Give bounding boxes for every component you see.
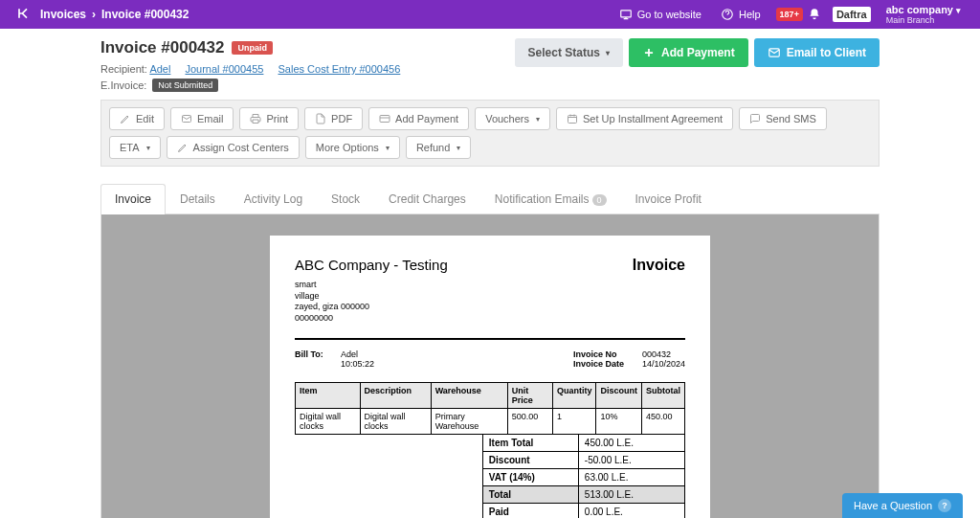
breadcrumb-root[interactable]: Invoices [40, 8, 86, 21]
tabs: Invoice Details Activity Log Stock Credi… [100, 184, 880, 214]
main-area: Edit Email Print PDF Add Payment Voucher… [0, 100, 980, 518]
invoice-meta: Invoice No000432 Invoice Date14/10/2024 [573, 349, 685, 369]
go-to-website-label: Go to website [637, 9, 702, 20]
svg-rect-5 [568, 116, 577, 124]
invoice-meta-line: Recipient: Adel Journal #000455 Sales Co… [100, 63, 400, 75]
chevron-down-icon: ▾ [956, 6, 961, 15]
vouchers-button[interactable]: Vouchers▾ [475, 107, 550, 130]
email-client-button[interactable]: Email to Client [754, 38, 880, 67]
breadcrumb: Invoices › Invoice #000432 [40, 8, 189, 21]
breadcrumb-current: Invoice #000432 [101, 8, 189, 21]
breadcrumb-sep: › [92, 8, 96, 21]
tab-credit-charges[interactable]: Credit Charges [374, 184, 480, 214]
invoice-document: ABC Company - Testing Invoice smart vill… [270, 236, 710, 518]
plus-icon [642, 46, 656, 59]
pencil-icon [177, 142, 189, 153]
bill-to-label: Bill To: [295, 349, 341, 369]
toolbar-add-payment-button[interactable]: Add Payment [368, 107, 469, 130]
company-menu[interactable]: abc company▾ Main Branch [877, 4, 970, 26]
action-toolbar: Edit Email Print PDF Add Payment Voucher… [100, 100, 880, 167]
refund-button[interactable]: Refund▾ [406, 136, 471, 159]
printer-icon [250, 113, 261, 124]
calendar-icon [567, 113, 578, 124]
tab-invoice-profit[interactable]: Invoice Profit [621, 184, 716, 214]
print-button[interactable]: Print [239, 107, 299, 130]
tab-notification-emails[interactable]: Notification Emails0 [480, 184, 621, 214]
bill-to-name: Adel [341, 349, 374, 359]
page-header: Invoice #000432 Unpaid Recipient: Adel J… [0, 29, 980, 100]
pencil-icon [120, 113, 131, 124]
svg-rect-0 [620, 11, 631, 17]
help-floating-button[interactable]: Have a Question ? [842, 493, 963, 518]
select-status-button[interactable]: Select Status▾ [515, 38, 623, 67]
company-name: ABC Company - Testing [295, 257, 448, 273]
help-label: Help [739, 9, 761, 20]
company-name: abc company [886, 4, 953, 15]
svg-rect-4 [380, 116, 390, 123]
mail-icon [181, 113, 192, 124]
page-title: Invoice #000432 Unpaid [100, 38, 400, 57]
caret-down-icon: ▾ [457, 144, 460, 152]
table-row: Digital wall clocks Digital wall clocks … [296, 408, 685, 434]
e-invoice-status-badge: Not Submitted [152, 79, 218, 92]
recipient-label: Recipient: [100, 63, 147, 75]
invoice-preview-area: ABC Company - Testing Invoice smart vill… [100, 214, 880, 518]
caret-down-icon: ▾ [606, 49, 610, 57]
add-payment-button[interactable]: Add Payment [629, 38, 748, 67]
caret-down-icon: ▾ [146, 144, 150, 152]
bell-icon [808, 8, 821, 21]
question-icon: ? [938, 499, 951, 512]
back-arrow-icon [17, 6, 33, 21]
card-icon [379, 113, 390, 124]
notification-count-badge: 0 [592, 194, 607, 206]
set-up-installment-button[interactable]: Set Up Installment Agreement [556, 107, 733, 130]
table-header-row: Item Description Warehouse Unit Price Qu… [296, 382, 685, 408]
status-badge: Unpaid [232, 41, 273, 55]
sales-cost-entry-link[interactable]: Sales Cost Entry #000456 [278, 63, 401, 75]
chat-icon [749, 113, 761, 124]
email-button[interactable]: Email [170, 107, 234, 130]
bill-to-time: 10:05:22 [341, 359, 374, 369]
caret-down-icon: ▾ [386, 144, 390, 152]
pdf-button[interactable]: PDF [304, 107, 363, 130]
go-to-website-link[interactable]: Go to website [610, 8, 711, 21]
company-address: smart village zayed, giza 000000 0000000… [295, 280, 685, 325]
tab-details[interactable]: Details [166, 184, 230, 214]
totals-section: Item Total450.00 L.E. Discount-50.00 L.E… [295, 435, 685, 518]
tab-invoice[interactable]: Invoice [100, 184, 166, 214]
journal-link[interactable]: Journal #000455 [185, 63, 263, 75]
notifications[interactable]: 187+ [770, 8, 827, 21]
file-icon [315, 113, 326, 124]
mail-icon [768, 46, 781, 59]
eta-button[interactable]: ETA▾ [109, 136, 161, 159]
tab-stock[interactable]: Stock [317, 184, 374, 214]
assign-cost-centers-button[interactable]: Assign Cost Centers [167, 136, 300, 159]
topbar: Invoices › Invoice #000432 Go to website… [0, 0, 980, 29]
back-button[interactable] [10, 6, 40, 24]
recipient-link[interactable]: Adel [149, 63, 170, 75]
notifications-badge: 187+ [776, 8, 803, 21]
document-type: Invoice [633, 257, 685, 274]
help-float-label: Have a Question [854, 500, 932, 511]
divider [295, 338, 685, 340]
brand-logo: Daftra [833, 7, 871, 22]
logo[interactable]: Daftra [827, 7, 877, 22]
branch-name: Main Branch [886, 16, 961, 26]
send-sms-button[interactable]: Send SMS [739, 107, 827, 130]
help-link[interactable]: Help [711, 8, 770, 21]
globe-icon [619, 8, 633, 21]
line-items-table: Item Description Warehouse Unit Price Qu… [295, 382, 685, 435]
tab-activity-log[interactable]: Activity Log [230, 184, 317, 214]
e-invoice-line: E.Invoice: Not Submitted [100, 79, 400, 92]
edit-button[interactable]: Edit [109, 107, 165, 130]
caret-down-icon: ▾ [536, 115, 540, 124]
help-icon [721, 8, 734, 21]
e-invoice-label: E.Invoice: [100, 79, 146, 91]
more-options-button[interactable]: More Options▾ [305, 136, 400, 159]
